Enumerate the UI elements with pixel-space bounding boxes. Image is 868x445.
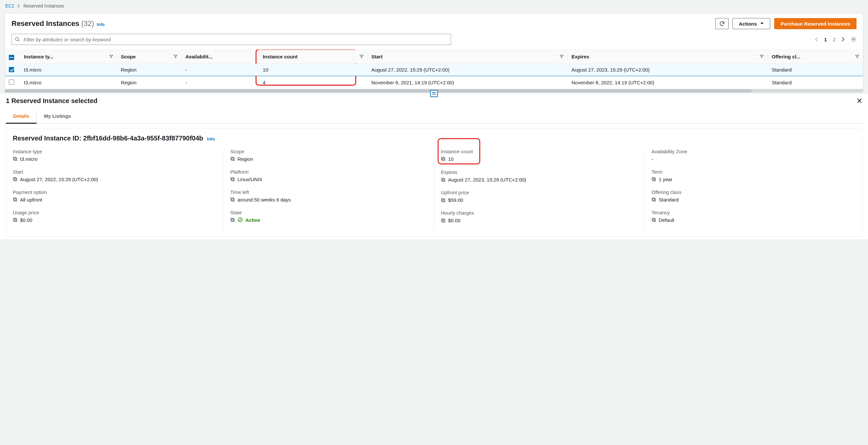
caret-down-icon	[760, 22, 764, 25]
tab-details[interactable]: Details	[6, 110, 37, 124]
close-detail-button[interactable]	[857, 98, 862, 103]
svg-rect-19	[442, 158, 445, 161]
copy-icon[interactable]	[441, 178, 445, 182]
svg-rect-13	[231, 178, 234, 180]
info-link[interactable]: Info	[97, 22, 105, 27]
page-next-button[interactable]	[841, 37, 845, 42]
detail-info-link[interactable]: Info	[207, 137, 215, 142]
field-tenancy: Tenancy Default	[651, 210, 849, 223]
svg-rect-32	[652, 218, 655, 221]
copy-icon[interactable]	[441, 218, 445, 223]
col-instance-count-filter[interactable]	[353, 50, 367, 64]
copy-icon[interactable]	[651, 197, 656, 202]
col-instance-type[interactable]: Instance ty...	[20, 50, 117, 64]
field-offering-class: Offering class Standard	[651, 189, 849, 203]
copy-icon[interactable]	[230, 156, 235, 161]
svg-rect-27	[653, 179, 655, 181]
svg-rect-30	[652, 198, 655, 201]
col-availability[interactable]: Availabilit...	[181, 50, 259, 64]
close-icon	[857, 98, 862, 103]
filter-icon[interactable]	[174, 55, 178, 58]
field-availability-zone: Availability Zone -	[651, 149, 849, 162]
field-time-left: Time left around 50 weeks 6 days	[230, 189, 428, 203]
copy-icon[interactable]	[13, 156, 18, 161]
cell-instance-count: 4	[259, 76, 353, 89]
copy-icon[interactable]	[441, 156, 445, 161]
svg-rect-9	[13, 218, 16, 221]
table-header-row: Instance ty... Scope Availabilit... Inst…	[5, 50, 863, 64]
detail-tabs: Details My Listings	[6, 110, 862, 124]
page-prev-button[interactable]	[815, 37, 818, 42]
splitter-handle[interactable]	[430, 90, 438, 97]
copy-icon[interactable]	[441, 198, 445, 203]
cell-instance-count: 10	[259, 63, 353, 76]
field-term: Term 1 year	[651, 169, 849, 182]
filter-icon[interactable]	[360, 55, 364, 58]
svg-rect-6	[14, 199, 17, 202]
copy-icon[interactable]	[230, 177, 235, 181]
page-1[interactable]: 1	[824, 37, 827, 42]
field-scope: Scope Region	[230, 149, 428, 162]
svg-rect-20	[441, 157, 444, 160]
svg-rect-28	[652, 178, 655, 180]
filter-icon[interactable]	[855, 55, 859, 58]
svg-rect-15	[231, 198, 234, 201]
cell-instance-type: t3.micro	[20, 63, 117, 76]
filter-icon[interactable]	[109, 55, 113, 58]
copy-icon[interactable]	[13, 217, 18, 222]
svg-rect-17	[231, 218, 234, 221]
detail-panel: 1 Reserved Instance selected Details My …	[0, 94, 868, 240]
cell-availability: -	[181, 63, 259, 76]
cell-offering-class: Standard	[768, 76, 863, 89]
row-checkbox[interactable]	[9, 80, 14, 85]
reserved-instances-table: Instance ty... Scope Availabilit... Inst…	[5, 50, 863, 89]
copy-icon[interactable]	[651, 217, 656, 222]
svg-rect-24	[441, 199, 444, 201]
col-scope[interactable]: Scope	[117, 50, 182, 64]
filter-icon[interactable]	[760, 55, 764, 58]
copy-icon[interactable]	[13, 177, 18, 181]
copy-icon[interactable]	[13, 197, 18, 202]
detail-body: Reserved Instance ID: 2fbf16dd-98b6-4a3a…	[6, 128, 862, 237]
cell-scope: Region	[117, 63, 182, 76]
col-instance-count[interactable]: Instance count	[259, 50, 353, 64]
svg-rect-23	[442, 199, 445, 202]
copy-icon[interactable]	[230, 217, 235, 222]
select-all-checkbox[interactable]	[9, 55, 14, 60]
tab-my-listings[interactable]: My Listings	[37, 110, 79, 123]
purchase-button[interactable]: Purchase Reserved Instances	[774, 18, 857, 29]
refresh-icon	[719, 21, 725, 27]
detail-title: Reserved Instance ID: 2fbf16dd-98b6-4a3a…	[13, 135, 203, 142]
col-offering-class[interactable]: Offering cl...	[768, 50, 863, 64]
table-row[interactable]: t3.micro Region - 10 August 27, 2022, 15…	[5, 63, 863, 76]
cell-start: August 27, 2022, 15:29 (UTC+2:00)	[367, 63, 567, 76]
gear-icon	[850, 36, 857, 42]
table-settings-button[interactable]	[850, 36, 857, 42]
field-expires: Expires August 27, 2023, 15:29 (UTC+2:00…	[441, 169, 638, 182]
col-expires[interactable]: Expires	[567, 50, 768, 64]
filter-input[interactable]	[11, 34, 451, 45]
svg-point-1	[853, 39, 855, 40]
svg-rect-12	[231, 179, 234, 181]
page-2[interactable]: 2	[833, 37, 836, 42]
page-title: Reserved Instances (32)	[11, 19, 94, 28]
filter-icon[interactable]	[560, 55, 564, 58]
row-checkbox[interactable]	[9, 67, 14, 72]
field-start: Start August 27, 2022, 15:29 (UTC+2:00)	[13, 169, 217, 182]
field-upfront-price: Upfront price $59.00	[441, 190, 638, 203]
cell-availability: -	[181, 76, 259, 89]
actions-dropdown[interactable]: Actions	[733, 18, 770, 29]
table-row[interactable]: t3.micro Region - 4 November 8, 2021, 14…	[5, 76, 863, 89]
cell-start: November 8, 2021, 14:19 (UTC+2:00)	[367, 76, 567, 89]
svg-rect-11	[231, 157, 234, 160]
copy-icon[interactable]	[651, 177, 656, 181]
cell-offering-class: Standard	[768, 63, 863, 76]
col-start[interactable]: Start	[367, 50, 567, 64]
breadcrumb-root[interactable]: EC2	[5, 3, 14, 8]
svg-rect-29	[653, 199, 655, 202]
copy-icon[interactable]	[230, 197, 235, 202]
svg-rect-14	[231, 199, 234, 202]
field-payment-option: Payment option All upfront	[13, 189, 217, 203]
refresh-button[interactable]	[715, 18, 728, 29]
svg-rect-16	[231, 219, 234, 222]
